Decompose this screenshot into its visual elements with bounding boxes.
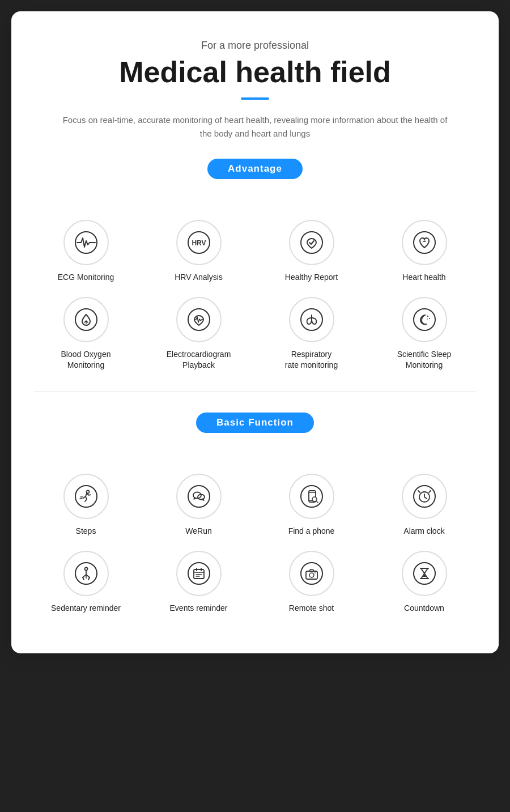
sleep-label: Scientific SleepMonitoring <box>397 349 452 371</box>
svg-point-41 <box>309 573 314 577</box>
heart-health-label: Heart health <box>402 272 445 283</box>
remote-shot-icon <box>289 551 334 596</box>
list-item: Steps <box>34 474 138 537</box>
list-item: Respiratoryrate monitoring <box>260 297 363 371</box>
advantage-badge: Advantage <box>207 159 303 179</box>
svg-point-16 <box>188 486 210 507</box>
hrv-analysis-label: HRV Analysis <box>175 272 223 283</box>
svg-text:HRV: HRV <box>192 239 206 247</box>
heart-health-icon <box>402 220 447 265</box>
svg-point-8 <box>414 309 435 330</box>
alarm-clock-icon <box>402 474 447 519</box>
basic-function-badge: Basic Function <box>196 413 314 433</box>
svg-rect-33 <box>194 569 204 579</box>
healthy-report-label: Healthy Report <box>285 272 338 283</box>
svg-point-10 <box>429 318 430 319</box>
alarm-clock-label: Alarm clock <box>403 526 444 537</box>
events-label: Events reminder <box>170 603 228 614</box>
blue-divider <box>241 97 269 100</box>
steps-icon <box>63 474 109 519</box>
respiratory-label: Respiratoryrate monitoring <box>285 349 338 371</box>
svg-rect-40 <box>306 571 317 579</box>
sedentary-icon: i <box>63 551 109 596</box>
healthy-report-icon <box>289 220 334 265</box>
list-item: Alarm clock <box>372 474 476 537</box>
list-item: WeRun <box>147 474 250 537</box>
svg-point-19 <box>301 486 322 507</box>
list-item: Blood OxygenMonitoring <box>34 297 138 371</box>
main-card: For a more professional Medical health f… <box>11 11 499 653</box>
hrv-analysis-icon: HRV <box>176 220 222 265</box>
find-phone-icon <box>289 474 334 519</box>
svg-line-24 <box>316 501 318 503</box>
find-phone-label: Find a phone <box>288 526 335 537</box>
list-item: ElectrocardiogramPlayback <box>147 297 250 371</box>
ecg-playback-icon <box>176 297 222 342</box>
svg-point-17 <box>193 492 201 498</box>
events-icon <box>176 551 222 596</box>
header-sub: For a more professional <box>34 40 476 52</box>
respiratory-icon <box>289 297 334 342</box>
list-item: HRV HRV Analysis <box>147 220 250 283</box>
countdown-label: Countdown <box>404 603 444 614</box>
ecg-playback-label: ElectrocardiogramPlayback <box>167 349 231 371</box>
svg-line-29 <box>83 577 84 580</box>
list-item: Events reminder <box>147 551 250 614</box>
svg-point-11 <box>427 318 428 320</box>
werun-icon <box>176 474 222 519</box>
section-divider <box>34 392 476 392</box>
svg-point-3 <box>301 232 322 253</box>
svg-point-39 <box>301 563 322 584</box>
list-item: Countdown <box>372 551 476 614</box>
header-main: Medical health field <box>34 56 476 88</box>
remote-shot-label: Remote shot <box>289 603 334 614</box>
advantage-grid: ECG Monitoring HRV HRV Analysis Health <box>34 220 476 371</box>
svg-point-9 <box>427 316 428 317</box>
countdown-icon <box>402 551 447 596</box>
svg-point-42 <box>314 572 316 573</box>
svg-point-12 <box>75 486 97 507</box>
werun-label: WeRun <box>185 526 211 537</box>
list-item: Healthy Report <box>260 220 363 283</box>
blood-oxygen-label: Blood OxygenMonitoring <box>61 349 111 371</box>
ecg-monitoring-icon <box>63 220 109 265</box>
basic-grid: Steps WeRun <box>34 474 476 614</box>
sedentary-label: Sedentary reminder <box>51 603 121 614</box>
list-item: Find a phone <box>260 474 363 537</box>
list-item: Remote shot <box>260 551 363 614</box>
svg-point-5 <box>75 309 97 330</box>
svg-line-30 <box>88 577 90 580</box>
svg-text:i: i <box>85 573 87 580</box>
ecg-monitoring-label: ECG Monitoring <box>58 272 114 283</box>
svg-point-28 <box>84 567 87 570</box>
svg-point-32 <box>188 563 210 584</box>
svg-point-13 <box>86 490 89 493</box>
list-item: Scientific SleepMonitoring <box>372 297 476 371</box>
steps-label: Steps <box>76 526 96 537</box>
svg-point-4 <box>414 232 435 253</box>
list-item: ECG Monitoring <box>34 220 138 283</box>
sleep-icon <box>402 297 447 342</box>
blood-oxygen-icon <box>63 297 109 342</box>
header-description: Focus on real-time, accurate monitoring … <box>62 113 448 141</box>
list-item: i Sedentary reminder <box>34 551 138 614</box>
list-item: Heart health <box>372 220 476 283</box>
